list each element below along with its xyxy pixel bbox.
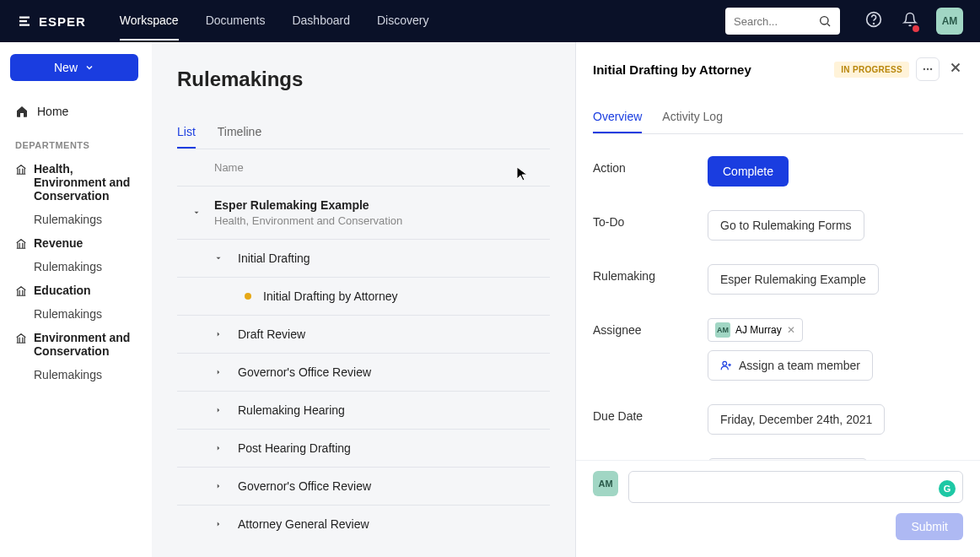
rule-row[interactable]: Rulemaking Hearing bbox=[177, 391, 550, 429]
page-title: Rulemakings bbox=[177, 68, 550, 91]
field-assignee-label: Assignee bbox=[593, 318, 708, 337]
assign-member-button[interactable]: Assign a team member bbox=[708, 350, 873, 381]
notifications-icon[interactable] bbox=[902, 12, 918, 30]
field-action-label: Action bbox=[593, 156, 708, 175]
user-avatar[interactable]: AM bbox=[936, 8, 963, 35]
remove-assignee-icon[interactable]: ✕ bbox=[787, 324, 795, 336]
svg-point-0 bbox=[821, 17, 828, 24]
svg-point-3 bbox=[923, 68, 925, 70]
close-icon bbox=[948, 60, 963, 75]
chevron-down-icon bbox=[84, 62, 94, 73]
rule-title: Initial Drafting bbox=[238, 251, 310, 265]
svg-point-4 bbox=[927, 68, 929, 70]
caret-right-icon[interactable] bbox=[214, 368, 223, 376]
help-icon[interactable] bbox=[865, 11, 882, 31]
dept-revenue[interactable]: Revenue bbox=[10, 231, 142, 255]
detail-tab-activity[interactable]: Activity Log bbox=[662, 101, 723, 133]
rule-row[interactable]: Draft Review bbox=[177, 315, 550, 353]
dept-sublink-rulemakings-0[interactable]: Rulemakings bbox=[10, 208, 142, 231]
rule-title: Post Hearing Drafting bbox=[238, 441, 351, 455]
field-todo-label: To-Do bbox=[593, 210, 708, 229]
rule-root[interactable]: Esper Rulemaking Example Health, Environ… bbox=[177, 186, 550, 239]
search-icon[interactable] bbox=[818, 14, 832, 28]
more-horizontal-icon bbox=[922, 63, 934, 75]
rule-row[interactable]: Attorney General Review bbox=[177, 505, 550, 543]
rule-title: Rulemaking Hearing bbox=[238, 403, 345, 417]
status-badge: IN PROGRESS bbox=[834, 62, 909, 78]
rule-title: Esper Rulemaking Example bbox=[214, 198, 402, 212]
dept-label: Education bbox=[34, 284, 91, 297]
complete-button[interactable]: Complete bbox=[708, 156, 789, 187]
rule-row[interactable]: Governor's Office Review bbox=[177, 353, 550, 391]
comment-section: AM G Submit bbox=[576, 460, 980, 557]
new-button[interactable]: New bbox=[10, 54, 138, 81]
assign-member-label: Assign a team member bbox=[739, 359, 860, 372]
assignee-name: AJ Murray bbox=[735, 324, 782, 336]
main-content: Rulemakings List Timeline Name Esper Rul… bbox=[152, 42, 575, 557]
rulemaking-link[interactable]: Esper Rulemaking Example bbox=[708, 264, 879, 295]
submit-button[interactable]: Submit bbox=[896, 513, 963, 540]
institution-icon bbox=[15, 238, 27, 250]
nav-discovery[interactable]: Discovery bbox=[377, 2, 428, 41]
assignee-avatar: AM bbox=[715, 322, 730, 338]
nav-workspace[interactable]: Workspace bbox=[120, 2, 179, 41]
rule-row[interactable]: Initial Drafting bbox=[177, 239, 550, 277]
caret-right-icon[interactable] bbox=[214, 406, 223, 414]
logo-text: ESPER bbox=[39, 14, 86, 29]
dept-label: Health, Environment and Conservation bbox=[34, 162, 137, 203]
home-icon bbox=[15, 105, 29, 118]
rule-row[interactable]: Initial Drafting by Attorney bbox=[177, 277, 550, 315]
notification-badge bbox=[913, 25, 919, 32]
sidebar: New Home DEPARTMENTS Health, Environment… bbox=[0, 42, 152, 557]
rule-title: Initial Drafting by Attorney bbox=[263, 289, 398, 303]
comment-avatar: AM bbox=[593, 471, 618, 496]
grammarly-icon[interactable]: G bbox=[939, 480, 956, 497]
departments-section-label: DEPARTMENTS bbox=[15, 140, 142, 150]
search-input[interactable] bbox=[734, 15, 818, 28]
caret-right-icon[interactable] bbox=[214, 444, 223, 452]
rule-title: Governor's Office Review bbox=[238, 365, 371, 379]
caret-down-icon[interactable] bbox=[192, 208, 201, 217]
rule-row[interactable]: Governor's Office Review bbox=[177, 467, 550, 505]
caret-down-icon[interactable] bbox=[214, 254, 223, 262]
dept-health-env-cons[interactable]: Health, Environment and Conservation bbox=[10, 157, 142, 208]
sidebar-home-label: Home bbox=[37, 105, 68, 118]
dept-sublink-rulemakings-1[interactable]: Rulemakings bbox=[10, 255, 142, 278]
tab-list[interactable]: List bbox=[177, 116, 196, 149]
caret-right-icon[interactable] bbox=[214, 482, 223, 490]
search-box[interactable] bbox=[725, 8, 840, 35]
caret-right-icon[interactable] bbox=[214, 520, 223, 528]
caret-right-icon[interactable] bbox=[214, 330, 223, 338]
dept-label: Revenue bbox=[34, 236, 83, 250]
detail-tab-overview[interactable]: Overview bbox=[593, 101, 642, 133]
logo-icon bbox=[17, 14, 32, 29]
rule-title: Attorney General Review bbox=[238, 517, 369, 531]
dept-education[interactable]: Education bbox=[10, 278, 142, 302]
rule-subtitle: Health, Environment and Conservation bbox=[214, 214, 402, 227]
detail-tabs: Overview Activity Log bbox=[593, 101, 963, 134]
field-rulemaking-label: Rulemaking bbox=[593, 264, 708, 283]
tab-timeline[interactable]: Timeline bbox=[218, 116, 261, 149]
logo[interactable]: ESPER bbox=[17, 14, 86, 29]
dept-sublink-rulemakings-2[interactable]: Rulemakings bbox=[10, 302, 142, 326]
list-column-name: Name bbox=[177, 149, 550, 186]
sidebar-home[interactable]: Home bbox=[10, 98, 142, 125]
comment-input[interactable]: G bbox=[628, 471, 963, 503]
todo-button[interactable]: Go to Rulemaking Forms bbox=[708, 210, 864, 241]
rule-title: Draft Review bbox=[238, 327, 305, 341]
dept-sublink-rulemakings-3[interactable]: Rulemakings bbox=[10, 363, 142, 387]
institution-icon bbox=[15, 333, 27, 344]
assignee-chip[interactable]: AM AJ Murray ✕ bbox=[708, 318, 803, 342]
content-tabs: List Timeline bbox=[177, 116, 550, 149]
due-date-button[interactable]: Friday, December 24th, 2021 bbox=[708, 404, 885, 435]
top-nav: Workspace Documents Dashboard Discovery bbox=[120, 2, 725, 41]
more-menu-button[interactable] bbox=[916, 57, 940, 81]
close-button[interactable] bbox=[948, 60, 963, 78]
dept-label: Environment and Conservation bbox=[34, 331, 137, 358]
nav-dashboard[interactable]: Dashboard bbox=[292, 2, 350, 41]
rule-row[interactable]: Post Hearing Drafting bbox=[177, 429, 550, 467]
new-button-label: New bbox=[54, 61, 78, 74]
detail-panel: Initial Drafting by Attorney IN PROGRESS… bbox=[575, 42, 980, 557]
nav-documents[interactable]: Documents bbox=[206, 2, 266, 41]
dept-env-cons[interactable]: Environment and Conservation bbox=[10, 326, 142, 363]
